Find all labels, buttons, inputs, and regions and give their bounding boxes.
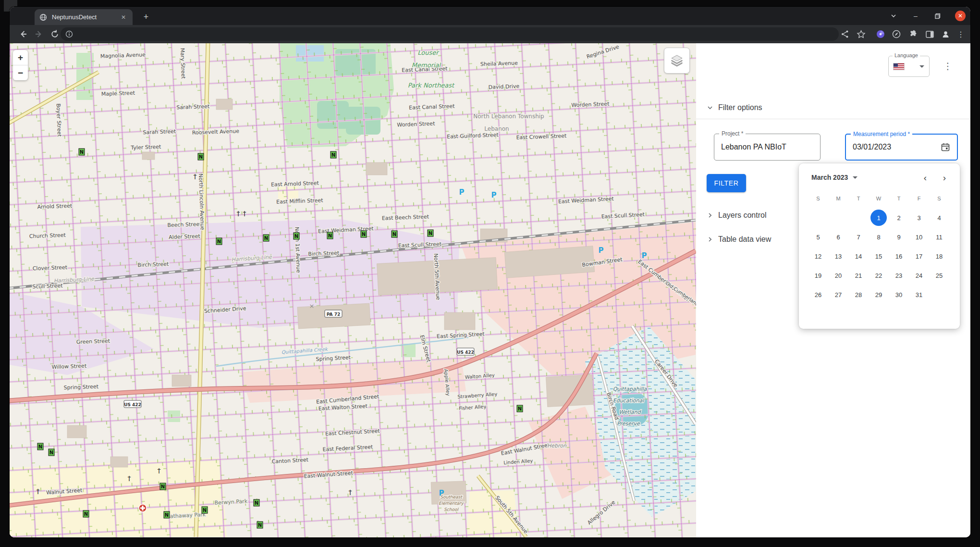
calendar-day[interactable]: 23 (889, 266, 909, 285)
calendar-day[interactable]: 20 (828, 266, 848, 285)
calendar-day[interactable]: 27 (828, 285, 848, 304)
bookmark-star-icon[interactable] (854, 27, 868, 41)
calendar-day[interactable]: 24 (909, 266, 929, 285)
calendar-weekday: M (828, 193, 848, 204)
calendar-day[interactable]: 30 (889, 285, 909, 304)
calendar-day[interactable]: 29 (869, 285, 889, 304)
panel-menu-kebab-icon[interactable]: ⋮ (943, 60, 953, 73)
map-street-label: Louser (417, 49, 440, 56)
calendar-day[interactable]: 25 (929, 266, 949, 285)
calendar-day[interactable]: 16 (889, 247, 909, 266)
calendar-day[interactable]: 31 (909, 285, 929, 304)
project-field[interactable]: Project * Lebanon PA NBIoT (714, 134, 821, 161)
calendar-prev-month-button[interactable]: ‹ (919, 171, 932, 185)
measurement-period-field[interactable]: Measurement period * 03/01/2023 (845, 134, 958, 161)
forward-button[interactable] (32, 27, 46, 41)
calendar-day[interactable]: 10 (909, 227, 929, 247)
calendar-day[interactable]: 6 (828, 227, 848, 247)
calendar-day[interactable]: 21 (848, 266, 869, 285)
map-marker-ch: † (349, 488, 352, 496)
calendar-day[interactable]: 26 (808, 285, 828, 304)
map-marker-p: P (459, 188, 465, 197)
tab-search-chevron-icon[interactable] (889, 12, 898, 19)
calendar-day[interactable]: 2 (889, 208, 909, 227)
zoom-out-button[interactable]: − (13, 65, 28, 80)
calendar-day[interactable]: 4 (929, 208, 949, 227)
window-controls: – ✕ (889, 10, 966, 22)
close-window-icon[interactable]: ✕ (955, 11, 966, 21)
calendar-day[interactable]: 3 (909, 208, 929, 227)
back-button[interactable] (16, 27, 30, 41)
measurement-period-value: 03/01/2023 (853, 143, 891, 151)
compass-extension-icon[interactable] (890, 27, 903, 41)
maximize-icon[interactable] (933, 13, 943, 19)
svg-text:P: P (491, 191, 497, 199)
map-marker-n: N (254, 499, 259, 506)
calendar-day[interactable]: 18 (929, 247, 949, 266)
new-tab-button[interactable]: + (140, 12, 152, 23)
filter-button[interactable]: FILTER (707, 174, 746, 192)
zoom-in-button[interactable]: + (13, 50, 28, 65)
map-marker-n: N (164, 511, 170, 518)
calendar-day[interactable]: 19 (808, 266, 828, 285)
map-street-label: Park Northeast (408, 82, 455, 89)
map-marker-hosp (139, 504, 147, 512)
extensions-puzzle-icon[interactable] (907, 27, 920, 41)
table-data-view-label: Table data view (718, 235, 771, 244)
share-icon[interactable] (838, 27, 852, 41)
map-street-label: David Drive (488, 83, 519, 90)
site-info-icon[interactable] (65, 30, 73, 38)
calendar-day[interactable]: 12 (808, 247, 828, 266)
map-street-label: Green Street (76, 338, 110, 345)
calendar-weekday: T (848, 193, 869, 204)
map-street-label: Worden Street (571, 101, 610, 109)
map[interactable]: Magnolia AvenueMaple StreetSarah StreetS… (10, 43, 696, 537)
map-marker-ch: † (128, 474, 131, 482)
map-street-label: Tyler Street (130, 144, 161, 151)
calendar-day[interactable]: 1 (869, 208, 889, 227)
calendar-next-month-button[interactable]: › (938, 171, 951, 185)
browser-menu-kebab-icon[interactable]: ⋮ (954, 27, 968, 41)
calendar-weekdays: SMTWTFS (808, 193, 949, 204)
calendar-day[interactable]: 17 (909, 247, 929, 266)
calendar-day[interactable]: 14 (848, 247, 869, 266)
calendar-day[interactable]: 22 (869, 266, 889, 285)
calendar-day (848, 208, 869, 227)
filter-options-header[interactable]: Filter options (696, 99, 970, 116)
side-panel-icon[interactable] (923, 27, 936, 41)
minimize-icon[interactable]: – (911, 12, 920, 20)
map-marker-n: N (79, 149, 85, 155)
svg-text:N: N (165, 512, 169, 518)
filter-options-label: Filter options (718, 103, 762, 112)
calendar-day[interactable]: 15 (869, 247, 889, 266)
address-bar[interactable] (61, 27, 839, 41)
calendar-weekday: T (889, 193, 909, 204)
map-street-label: Willow Street (51, 363, 87, 371)
calendar-icon[interactable] (941, 142, 950, 152)
map-street-label: Sarah Street (176, 103, 210, 111)
map-layers-button[interactable] (664, 48, 690, 74)
profile-icon[interactable] (939, 27, 952, 41)
calendar-month-caret-icon[interactable] (853, 176, 858, 179)
calendar-month-label[interactable]: March 2023 (811, 174, 848, 181)
browser-tab[interactable]: NeptunusDetect ✕ (35, 9, 133, 25)
calendar-day[interactable]: 5 (808, 227, 828, 247)
calendar-day[interactable]: 28 (848, 285, 869, 304)
route-shield: PA 72 (325, 310, 342, 317)
map-street-label: Boyer Street (55, 103, 62, 137)
map-marker-n: N (361, 231, 367, 237)
extension-badge-icon[interactable] (874, 27, 887, 41)
map-canvas: Magnolia AvenueMaple StreetSarah StreetS… (10, 43, 696, 537)
calendar-day[interactable]: 11 (929, 227, 949, 247)
reload-button[interactable] (48, 27, 61, 41)
calendar-day[interactable]: 7 (848, 227, 869, 247)
calendar-day[interactable]: 9 (889, 227, 909, 247)
map-street-label: Mary Street (179, 48, 186, 79)
calendar-day[interactable]: 13 (828, 247, 848, 266)
tab-close-icon[interactable]: ✕ (119, 13, 128, 22)
map-zoom-control: + − (13, 50, 28, 80)
language-select[interactable] (888, 56, 930, 77)
svg-text:N: N (258, 522, 262, 528)
svg-text:P: P (459, 188, 465, 197)
calendar-day[interactable]: 8 (869, 227, 889, 247)
